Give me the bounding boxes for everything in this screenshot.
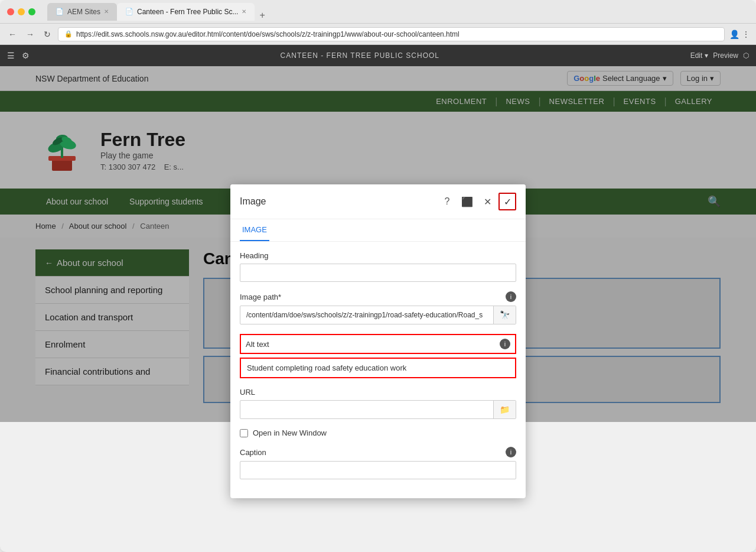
heading-input[interactable] [240, 264, 516, 282]
caption-input[interactable] [240, 461, 516, 479]
url-label: URL [240, 388, 516, 397]
address-bar[interactable]: 🔒 https://edit.sws.schools.nsw.gov.au/ed… [58, 27, 725, 41]
extensions-button[interactable]: 👤 [729, 30, 739, 39]
caption-field-group: Caption i [240, 447, 516, 479]
caption-label: Caption [240, 448, 266, 457]
dialog-header: Image ? ⬛ ✕ ✓ [230, 184, 526, 219]
caption-info-icon[interactable]: i [506, 447, 516, 457]
share-button[interactable]: ⬡ [743, 51, 749, 60]
heading-label: Heading [240, 251, 516, 260]
alt-text-wrapper [240, 358, 516, 378]
image-path-info-icon[interactable]: i [506, 291, 516, 302]
tab-image[interactable]: IMAGE [240, 219, 269, 241]
dialog-tabs: IMAGE [230, 219, 526, 242]
maximize-traffic-light[interactable] [28, 8, 35, 15]
tab-label: AEM Sites [67, 8, 100, 16]
alt-text-input[interactable] [241, 359, 515, 377]
url-field-group: URL 📁 [240, 388, 516, 419]
browser-window: 📄 AEM Sites ✕ 📄 Canteen - Fern Tree Publ… [0, 0, 756, 552]
back-button[interactable]: ← [6, 28, 19, 40]
forward-button[interactable]: → [24, 28, 37, 40]
url-input[interactable] [240, 401, 493, 418]
chevron-down-icon: ▾ [705, 51, 708, 60]
cms-toolbar-right: Edit ▾ Preview ⬡ [690, 51, 749, 60]
open-new-window-row: Open in New Window [240, 428, 516, 437]
open-new-window-checkbox[interactable] [240, 429, 248, 437]
confirm-button[interactable]: ✓ [498, 193, 516, 210]
dialog-overlay: Image ? ⬛ ✕ ✓ IMAGE Heading [0, 66, 756, 422]
address-bar-container: ← → ↻ 🔒 https://edit.sws.schools.nsw.gov… [0, 24, 756, 45]
url-input-wrapper: 📁 [240, 400, 516, 419]
dialog-actions: ? ⬛ ✕ ✓ [438, 193, 516, 210]
heading-field-group: Heading [240, 251, 516, 282]
image-dialog: Image ? ⬛ ✕ ✓ IMAGE Heading [230, 184, 526, 498]
browser-actions: 👤 ⋮ [729, 30, 750, 39]
alt-text-info-icon[interactable]: i [500, 339, 510, 349]
alt-text-label-row: Alt text i [240, 334, 516, 354]
close-traffic-light[interactable] [7, 8, 14, 15]
browse-url-button[interactable]: 📁 [493, 401, 516, 418]
dialog-body: Heading Image path* i 🔭 [230, 242, 526, 498]
cms-toolbar-title: CANTEEN - FERN TREE PUBLIC SCHOOL [39, 51, 681, 60]
tab-close-aem[interactable]: ✕ [104, 8, 109, 15]
alt-text-field-group: Alt text i [240, 334, 516, 378]
settings-button[interactable]: ⚙ [22, 51, 30, 60]
fullscreen-button[interactable]: ⬛ [458, 193, 476, 210]
tab-icon: 📄 [56, 8, 64, 15]
settings-icon: ⚙ [22, 51, 30, 60]
image-path-field-group: Image path* i 🔭 [240, 291, 516, 324]
lock-icon: 🔒 [64, 30, 73, 38]
tab-canteen[interactable]: 📄 Canteen - Fern Tree Public Sc... ✕ [117, 3, 255, 21]
cms-toolbar: ☰ ⚙ CANTEEN - FERN TREE PUBLIC SCHOOL Ed… [0, 45, 756, 66]
tab-close-canteen[interactable]: ✕ [242, 8, 246, 15]
tab-label-active: Canteen - Fern Tree Public Sc... [137, 8, 238, 16]
edit-button[interactable]: Edit ▾ [690, 51, 709, 60]
open-new-window-label[interactable]: Open in New Window [253, 428, 327, 437]
traffic-lights [7, 8, 35, 15]
new-tab-button[interactable]: + [255, 10, 269, 21]
browser-tabs: 📄 AEM Sites ✕ 📄 Canteen - Fern Tree Publ… [47, 3, 749, 21]
sidebar-toggle-button[interactable]: ☰ [7, 51, 15, 60]
url-text: https://edit.sws.schools.nsw.gov.au/edit… [76, 30, 460, 38]
image-path-input-wrapper: 🔭 [240, 306, 516, 324]
menu-button[interactable]: ⋮ [742, 30, 750, 39]
tab-aem-sites[interactable]: 📄 AEM Sites ✕ [47, 3, 117, 21]
image-path-label: Image path* [240, 293, 281, 301]
tab-icon-active: 📄 [125, 8, 133, 15]
preview-button[interactable]: Preview [713, 51, 738, 60]
dialog-title: Image [240, 196, 266, 207]
alt-text-label: Alt text [246, 340, 269, 349]
image-path-input[interactable] [240, 307, 493, 323]
refresh-button[interactable]: ↻ [41, 28, 53, 40]
close-button[interactable]: ✕ [478, 193, 496, 210]
help-button[interactable]: ? [438, 193, 456, 210]
sidebar-icon: ☰ [7, 51, 15, 60]
cms-toolbar-left: ☰ ⚙ [7, 51, 30, 60]
browse-image-button[interactable]: 🔭 [493, 306, 516, 324]
share-icon: ⬡ [743, 51, 749, 60]
site-content: NSW Department of Education Google Selec… [0, 66, 756, 422]
browser-titlebar: 📄 AEM Sites ✕ 📄 Canteen - Fern Tree Publ… [0, 0, 756, 24]
minimize-traffic-light[interactable] [18, 8, 25, 15]
